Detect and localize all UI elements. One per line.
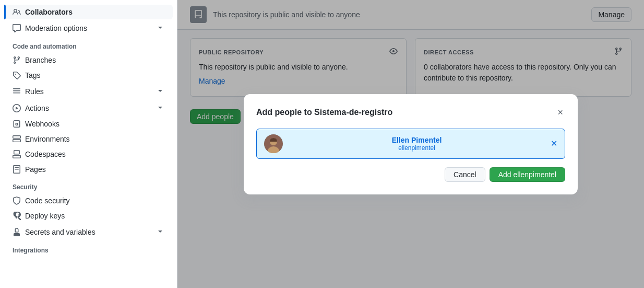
sidebar-item-pages[interactable]: Pages [4, 162, 173, 177]
report-icon [13, 24, 21, 32]
play-icon [13, 104, 21, 112]
sidebar: Collaborators Moderation options Code an… [0, 0, 177, 288]
sidebar-item-collaborators-label: Collaborators [25, 8, 73, 16]
user-remove-button[interactable]: ✕ [551, 139, 557, 148]
sidebar-item-collaborators[interactable]: Collaborators [4, 5, 173, 19]
chevron-down-icon-secrets [156, 227, 164, 237]
git-branch-icon [13, 56, 21, 64]
sidebar-item-actions-label: Actions [25, 104, 49, 112]
sidebar-item-tags-label: Tags [25, 71, 41, 79]
codespaces-icon [13, 150, 21, 158]
sidebar-item-tags[interactable]: Tags [4, 68, 173, 83]
user-selected-row: Ellen Pimentel ellenpimentel ✕ [256, 129, 565, 159]
rule-icon [13, 87, 21, 96]
user-name: Ellen Pimentel [392, 136, 442, 144]
user-info: Ellen Pimentel ellenpimentel [289, 136, 544, 152]
sidebar-item-rules-label: Rules [25, 87, 44, 96]
section-label-security: Security [0, 177, 177, 193]
sidebar-item-moderation-options[interactable]: Moderation options [4, 20, 173, 36]
server-icon [13, 135, 21, 143]
chevron-down-icon-actions [156, 103, 164, 113]
people-icon [13, 8, 21, 16]
add-collaborator-button[interactable]: Add ellenpimentel [490, 167, 565, 182]
sidebar-item-secrets-and-variables-label: Secrets and variables [25, 228, 96, 236]
modal-dialog: Add people to Sistema-de-registro × Elle… [244, 94, 578, 194]
sidebar-item-code-security-label: Code security [25, 197, 70, 205]
sidebar-item-rules[interactable]: Rules [4, 83, 173, 99]
secret-icon [13, 228, 21, 236]
tag-icon [13, 71, 21, 79]
modal-overlay: Add people to Sistema-de-registro × Elle… [177, 0, 644, 288]
modal-actions: Cancel Add ellenpimentel [256, 167, 565, 182]
cancel-button[interactable]: Cancel [445, 167, 485, 182]
sidebar-item-code-security[interactable]: Code security [4, 193, 173, 208]
sidebar-item-environments[interactable]: Environments [4, 132, 173, 146]
section-label-code-automation: Code and automation [0, 37, 177, 52]
sidebar-item-environments-label: Environments [25, 135, 70, 143]
sidebar-item-moderation-options-label: Moderation options [25, 24, 87, 32]
modal-close-button[interactable]: × [555, 107, 565, 118]
shield-icon [13, 197, 21, 205]
sidebar-item-actions[interactable]: Actions [4, 100, 173, 116]
pages-icon [13, 165, 21, 174]
sidebar-item-webhooks[interactable]: Webhooks [4, 117, 173, 131]
sidebar-item-pages-label: Pages [25, 165, 46, 174]
sidebar-item-branches[interactable]: Branches [4, 53, 173, 67]
sidebar-item-deploy-keys[interactable]: Deploy keys [4, 209, 173, 223]
chevron-down-icon-rules [156, 86, 164, 96]
chevron-down-icon [156, 23, 164, 33]
section-label-integrations: Integrations [0, 240, 177, 256]
user-handle: ellenpimentel [398, 144, 435, 152]
main-content: This repository is public and visible to… [177, 0, 644, 288]
sidebar-item-codespaces-label: Codespaces [25, 150, 66, 158]
webhook-icon [13, 120, 21, 128]
sidebar-item-codespaces[interactable]: Codespaces [4, 147, 173, 162]
user-avatar [264, 134, 283, 153]
modal-header: Add people to Sistema-de-registro × [256, 107, 565, 118]
modal-title: Add people to Sistema-de-registro [256, 108, 392, 117]
sidebar-item-deploy-keys-label: Deploy keys [25, 212, 65, 220]
sidebar-item-webhooks-label: Webhooks [25, 120, 59, 128]
key-icon [13, 212, 21, 220]
sidebar-item-secrets-and-variables[interactable]: Secrets and variables [4, 224, 173, 240]
sidebar-item-branches-label: Branches [25, 56, 56, 64]
